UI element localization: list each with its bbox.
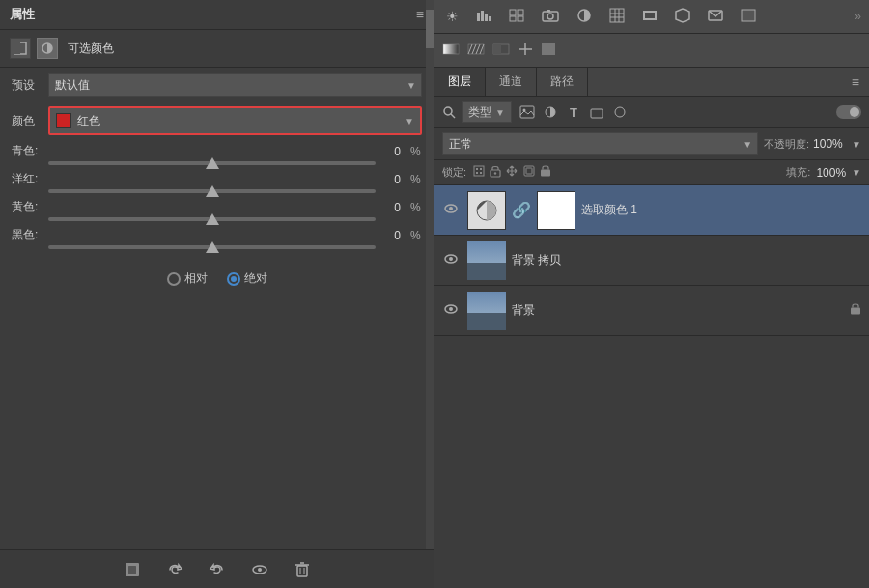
preset-label: 预设 xyxy=(12,77,41,94)
layer-item-bg-copy[interactable]: 背景 拷贝 xyxy=(434,236,869,286)
black-unit: % xyxy=(410,229,422,242)
svg-rect-39 xyxy=(493,44,501,54)
clip-button[interactable] xyxy=(119,556,146,583)
filter-smart-icon[interactable] xyxy=(610,102,630,122)
svg-rect-22 xyxy=(547,10,550,13)
redo-button[interactable] xyxy=(204,556,231,583)
delete-button[interactable] xyxy=(289,556,316,583)
svg-rect-17 xyxy=(518,10,523,15)
opacity-value: 100% xyxy=(813,137,848,151)
gradient-icon[interactable] xyxy=(442,42,460,59)
layers-menu-icon[interactable]: ≡ xyxy=(842,74,869,90)
filter-type-arrow: ▼ xyxy=(495,107,505,118)
lock-artboard-icon[interactable] xyxy=(522,164,536,181)
svg-point-61 xyxy=(449,207,453,210)
svg-point-66 xyxy=(449,307,453,311)
yellow-label: 黄色: xyxy=(12,199,41,215)
scrollbar[interactable] xyxy=(426,0,434,549)
tab-paths[interactable]: 路径 xyxy=(537,68,588,96)
filter-shape-icon[interactable] xyxy=(587,102,606,122)
svg-line-44 xyxy=(451,114,455,118)
cyan-slider[interactable] xyxy=(48,161,376,165)
adj-layer-thumb-selective xyxy=(467,191,506,230)
magenta-slider[interactable] xyxy=(48,189,376,193)
fill-icon[interactable] xyxy=(541,42,556,59)
radio-relative[interactable]: 相对 xyxy=(167,270,208,287)
hatching-icon[interactable] xyxy=(467,42,485,59)
cross-icon[interactable] xyxy=(518,42,533,59)
layer-chain-selective: 🔗 xyxy=(512,201,531,219)
yellow-slider[interactable] xyxy=(48,217,376,221)
svg-rect-67 xyxy=(851,308,860,315)
sun-icon[interactable]: ☀ xyxy=(442,7,463,26)
adj-icon-mask[interactable] xyxy=(10,38,31,59)
black-slider-group: 黑色: 0 % xyxy=(12,227,422,249)
svg-point-56 xyxy=(494,172,496,174)
preset-select-wrapper[interactable]: 默认值 ▼ xyxy=(48,73,422,97)
preset-select[interactable]: 默认值 xyxy=(48,73,422,97)
svg-point-43 xyxy=(444,107,452,115)
yellow-unit: % xyxy=(410,201,422,214)
layer-thumb-background xyxy=(467,292,506,330)
envelope-icon[interactable] xyxy=(704,7,727,26)
cyan-unit: % xyxy=(410,145,422,158)
layer-eye-background[interactable] xyxy=(442,302,462,319)
layer-item-selective-color[interactable]: 🔗 选取颜色 1 xyxy=(434,185,869,236)
camera-icon[interactable] xyxy=(538,7,563,27)
layer-eye-selective-color[interactable] xyxy=(442,202,462,218)
blend-mode-select[interactable]: 正常 xyxy=(442,132,758,155)
filter-type-label: 类型 xyxy=(468,104,491,121)
panel-menu-icon[interactable]: ≡ xyxy=(416,7,424,22)
histogram-icon[interactable] xyxy=(472,7,495,27)
lock-position-icon[interactable] xyxy=(490,164,501,181)
opacity-label: 不透明度: xyxy=(764,137,809,152)
visibility-button[interactable] xyxy=(246,556,273,583)
grid-icon[interactable] xyxy=(505,7,528,27)
svg-rect-42 xyxy=(542,43,555,55)
tab-layers[interactable]: 图层 xyxy=(434,68,486,96)
lock-row: 锁定: 填充: 100% ▼ xyxy=(434,160,869,185)
layer-mask-thumb-selective xyxy=(537,191,575,230)
rectangle-icon[interactable] xyxy=(737,7,760,27)
cyan-slider-group: 青色: 0 % xyxy=(12,143,422,165)
lock-move-icon[interactable] xyxy=(505,164,519,181)
svg-rect-19 xyxy=(518,16,523,21)
filter-toggle[interactable] xyxy=(836,105,861,119)
black-slider[interactable] xyxy=(48,245,376,249)
stroke-icon[interactable] xyxy=(638,6,661,28)
scrollbar-thumb[interactable] xyxy=(426,10,434,48)
svg-rect-52 xyxy=(480,168,482,170)
radio-absolute[interactable]: 绝对 xyxy=(227,270,267,287)
undo-button[interactable] xyxy=(161,556,188,583)
lock-all-icon[interactable] xyxy=(540,164,551,181)
color-select-inner[interactable]: 红色 ▼ xyxy=(50,108,420,133)
adjustment-icons-row: 可选颜色 xyxy=(0,30,434,68)
circle-icon[interactable] xyxy=(573,6,596,28)
fill-arrow[interactable]: ▼ xyxy=(852,167,861,178)
pattern-icon[interactable] xyxy=(671,6,694,28)
yellow-slider-group: 黄色: 0 % xyxy=(12,199,422,221)
radio-relative-circle xyxy=(167,272,181,286)
filter-image-icon[interactable] xyxy=(518,102,537,122)
lock-pixels-icon[interactable] xyxy=(472,164,486,181)
tab-channels[interactable]: 通道 xyxy=(486,68,537,96)
filter-type-icon[interactable]: T xyxy=(564,102,583,122)
filter-adjustment-icon[interactable] xyxy=(541,102,560,122)
bars-icon[interactable] xyxy=(492,42,510,59)
layer-lock-icon-background xyxy=(850,302,861,319)
magenta-slider-group: 洋红: 0 % xyxy=(12,171,422,193)
blend-mode-select-wrapper[interactable]: 正常 ▼ xyxy=(442,132,758,155)
filter-type-select[interactable]: 类型 ▼ xyxy=(462,101,512,123)
svg-rect-59 xyxy=(541,170,550,177)
grid2-icon[interactable] xyxy=(605,6,629,28)
adjustment-label: 可选颜色 xyxy=(68,41,114,57)
sliders-section: 青色: 0 % 洋红: 0 % xyxy=(0,139,434,259)
adj-icon-adjustment[interactable] xyxy=(37,38,58,59)
layer-item-background[interactable]: 背景 xyxy=(434,286,869,336)
color-select[interactable]: 红色 ▼ xyxy=(48,106,422,135)
svg-rect-1 xyxy=(14,42,20,54)
svg-rect-13 xyxy=(481,11,484,21)
opacity-arrow[interactable]: ▼ xyxy=(852,139,861,150)
magenta-value: 0 xyxy=(374,173,401,186)
layer-eye-bg-copy[interactable] xyxy=(442,252,462,268)
